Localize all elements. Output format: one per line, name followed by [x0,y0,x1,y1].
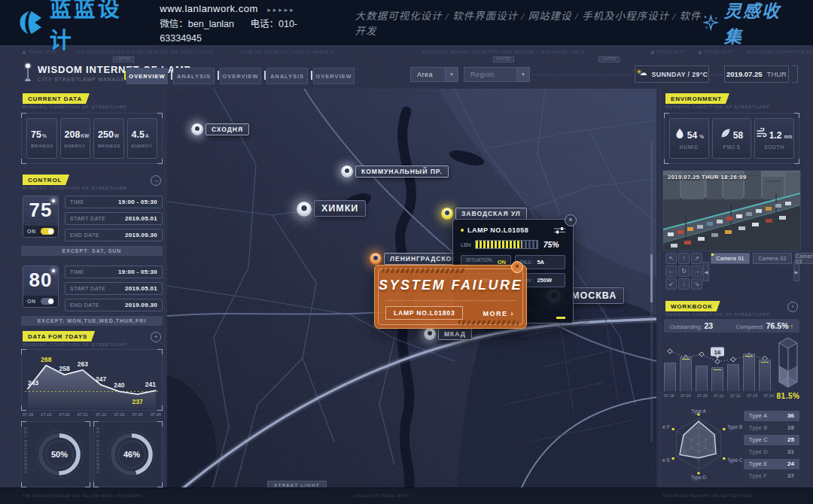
camera-pan-button[interactable]: ↗ [691,253,702,264]
map-label[interactable]: КОММУНАЛЬНЫЙ ПР. [355,165,449,178]
camera-timestamp: 2019.07.25 THUR 18:26:09 [668,174,747,181]
env-label: PM2.5 [723,144,741,150]
region-select-value: Region [470,71,495,78]
lanlan-logo: 蓝蓝设计 [17,0,140,54]
type-row-type-b[interactable]: Type B28 [744,423,799,433]
city-map[interactable]: × LAMP NO.L01058 LBN 75% SITUATION :ONDI… [167,89,656,489]
type-row-type-e[interactable]: Type E24 [744,459,799,469]
map-label[interactable]: ХИМКИ [314,200,366,217]
lamp-level-display: 80ON [23,266,59,308]
x-tick-label: 07.23 [114,412,124,417]
inspiration-collect[interactable]: 灵感收集 [702,0,795,48]
field-value: 5A [537,259,544,266]
data-for-7days-subtitle: RUNNING CONDITION OF STREETLAMP [23,342,127,347]
tab-overview-0[interactable]: OVERVIEW [126,68,168,84]
toggle-knob [48,229,53,234]
current-data-cards: 75%BRINESS208KWENERGY250WBRINESS4.5AENER… [21,113,163,164]
comparison-gauge-2: COMPARISON FOR46% [93,421,163,487]
region-select[interactable]: Region ▾ [464,67,530,82]
x-tick-label: 07.22 [96,412,106,417]
map-pin-white[interactable] [297,202,312,217]
add-button[interactable]: + [151,332,161,342]
power-toggle[interactable] [41,298,54,305]
type-value: 28 [787,424,794,431]
weather-widget: ☀ ☁ SUNNDAY / 29°C [635,65,709,83]
schedule-field-time[interactable]: TIME19:00 - 05:30 [65,196,163,208]
type-row-type-f[interactable]: Type F37 [744,471,799,481]
tab-analysis-3[interactable]: ANALYSIS [266,68,308,84]
week-chart-x-axis: 07.1807.1907.2007.2107.2207.2307.2407.24 [21,412,163,417]
map-pin-white[interactable] [424,328,436,340]
lamp-id-title: LAMP NO.L01058 [467,226,528,234]
env-label: SOUTH [764,144,784,150]
map-pin-white[interactable] [191,123,203,135]
schedule-field-end-date[interactable]: END DATE2019.09.30 [65,229,163,241]
more-button[interactable]: MORE › [483,310,514,317]
area-select-value: Area [417,71,433,78]
camera-pan-button[interactable]: ↓ [678,278,690,290]
close-icon[interactable]: × [565,214,577,226]
type-row-type-d[interactable]: Type D31 [744,447,799,457]
svg-text:Type D: Type D [691,475,707,481]
control-subtitle: RUNNING CONDITION OF STREETLAMP [23,186,127,190]
schedule-field-end-date[interactable]: END DATE2019.09.30 [65,299,163,311]
camera-list-prev-button[interactable]: ◀ [703,262,709,281]
map-label[interactable]: СХОДНЯ [206,123,249,135]
env-value-row: 1.2m/s [757,128,793,141]
tab-overview-4[interactable]: OVERVIEW [313,68,355,84]
tab-analysis-1[interactable]: ANALYSIS [173,68,215,84]
camera-button-camera-01[interactable]: Camera 01 [711,253,750,264]
deco-square [651,51,654,54]
camera-pan-button[interactable]: ← [665,266,677,277]
stat-value-row: 75% [31,129,56,140]
type-label: Type F [749,473,767,478]
date-widget: 2019.07.25 THUR [724,65,789,83]
map-pin-yellow[interactable] [441,208,453,220]
camera-pan-button[interactable]: ↖ [665,253,677,264]
scrollbar-handle[interactable] [650,254,653,302]
power-toggle[interactable] [41,228,54,235]
camera-pan-button[interactable]: ↙ [665,278,677,290]
camera-button-camera-03[interactable]: Camera 03 [795,253,813,264]
type-row-type-c[interactable]: Type C25 [744,435,799,445]
schedule-field-start-date[interactable]: START DATE2019.05.01 [65,282,163,295]
camera-pan-button[interactable]: ↑ [678,253,690,264]
camera-pan-button[interactable]: ↘ [691,278,702,290]
stat-unit: A [145,133,149,138]
bulb-icon [52,199,55,202]
workbook-stats: Outstanding: 23 Compared: 76.5% ↑ [664,319,799,332]
map-pin-orange[interactable] [370,253,382,265]
sliders-icon[interactable] [554,226,565,234]
stat-label: BRINESS [98,144,123,148]
workbook-x-axis: 07.1807.1907.2007.2107.2207.2307.24 [664,393,774,398]
camera-list-next-button[interactable]: ▶ [793,262,799,281]
schedule-field-start-date[interactable]: START DATE2019.05.01 [65,212,163,225]
website-link[interactable]: www.lanlanwork.com [160,3,257,14]
map-pin-white[interactable] [341,165,353,178]
camera-button-camera-02[interactable]: Camera 02 [753,253,792,264]
area-select[interactable]: Area ▾ [410,67,458,82]
schedule-field-time[interactable]: TIME19:00 - 05:30 [65,266,163,278]
close-icon[interactable]: × [511,261,523,273]
x-tick-label: 07.21 [78,412,88,417]
field-value: 2019.05.01 [125,285,157,292]
brightness-fill [476,241,522,248]
stat-value: 250 [98,129,114,140]
tab-overview-2[interactable]: OVERVIEW [220,68,261,84]
env-unit: m/s [784,134,792,139]
chevron-down-icon[interactable]: ▾ [445,68,458,81]
chevron-down-icon[interactable]: ▾ [516,68,529,81]
workbook-expand-button[interactable]: › [787,302,798,312]
camera-pan-button[interactable]: → [691,266,702,277]
control-expand-button[interactable]: → [151,175,161,186]
type-row-type-a[interactable]: Type A36 [744,411,799,421]
svg-text:237: 237 [132,398,143,405]
map-label[interactable]: МКАД [438,328,472,340]
outstanding-label: Outstanding: [670,323,702,330]
map-scrollbar[interactable] [650,141,653,442]
corner-bracket [21,482,26,487]
brightness-bar[interactable] [475,240,538,249]
camera-reset-button[interactable]: ↻ [678,266,690,277]
control-groups: 75ONTIME19:00 - 05:30START DATE2019.05.0… [21,194,163,334]
map-label[interactable]: ЗАВОДСКАЯ УЛ [455,208,527,220]
